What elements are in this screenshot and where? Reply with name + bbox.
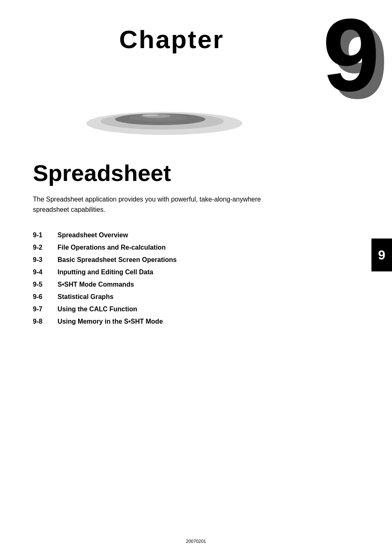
toc-item-number: 9-3	[33, 256, 58, 264]
toc-item: 9-5S•SHT Mode Commands	[33, 281, 359, 288]
toc-item-label: File Operations and Re-calculation	[58, 244, 166, 251]
page-description: The Spreadsheet application provides you…	[33, 194, 263, 215]
toc-item-label: S•SHT Mode Commands	[58, 281, 134, 288]
toc-item: 9-1Spreadsheet Overview	[33, 232, 359, 239]
toc-item-number: 9-5	[33, 281, 58, 288]
side-tab-number: 9	[378, 248, 385, 263]
svg-point-5	[142, 114, 158, 116]
toc-item-label: Statistical Graphs	[58, 293, 113, 301]
toc-item-number: 9-7	[33, 306, 58, 313]
toc-list: 9-1Spreadsheet Overview9-2File Operation…	[33, 232, 359, 325]
toc-item: 9-7Using the CALC Function	[33, 306, 359, 313]
toc-item-label: Spreadsheet Overview	[58, 232, 128, 239]
toc-item-label: Inputting and Editing Cell Data	[58, 269, 153, 276]
page-footer: 20070201	[186, 539, 206, 544]
main-content: Spreadsheet The Spreadsheet application …	[0, 160, 392, 325]
chapter-header: Chapter 9 9	[0, 0, 392, 144]
chapter-decoration	[82, 95, 247, 136]
toc-item-number: 9-4	[33, 269, 58, 276]
toc-item-number: 9-1	[33, 232, 58, 239]
chapter-number-area: 9 9	[323, 4, 380, 107]
toc-item: 9-3Basic Spreadsheet Screen Operations	[33, 256, 359, 264]
toc-item: 9-8Using Memory in the S•SHT Mode	[33, 318, 359, 325]
chapter-number-main: 9	[323, 4, 380, 107]
chapter-label: Chapter	[119, 25, 224, 54]
page-container: Chapter 9 9 9	[0, 0, 392, 556]
toc-item-number: 9-2	[33, 244, 58, 251]
toc-item: 9-6Statistical Graphs	[33, 293, 359, 301]
toc-item-label: Basic Spreadsheet Screen Operations	[58, 256, 177, 264]
toc-item-number: 9-8	[33, 318, 58, 325]
decoration-svg	[82, 95, 247, 136]
page-title: Spreadsheet	[33, 160, 359, 186]
footer-text: 20070201	[186, 539, 206, 544]
toc-item: 9-4Inputting and Editing Cell Data	[33, 269, 359, 276]
toc-item: 9-2File Operations and Re-calculation	[33, 244, 359, 251]
toc-item-number: 9-6	[33, 293, 58, 301]
toc-item-label: Using the CALC Function	[58, 306, 137, 313]
side-tab: 9	[371, 239, 392, 271]
toc-item-label: Using Memory in the S•SHT Mode	[58, 318, 163, 325]
